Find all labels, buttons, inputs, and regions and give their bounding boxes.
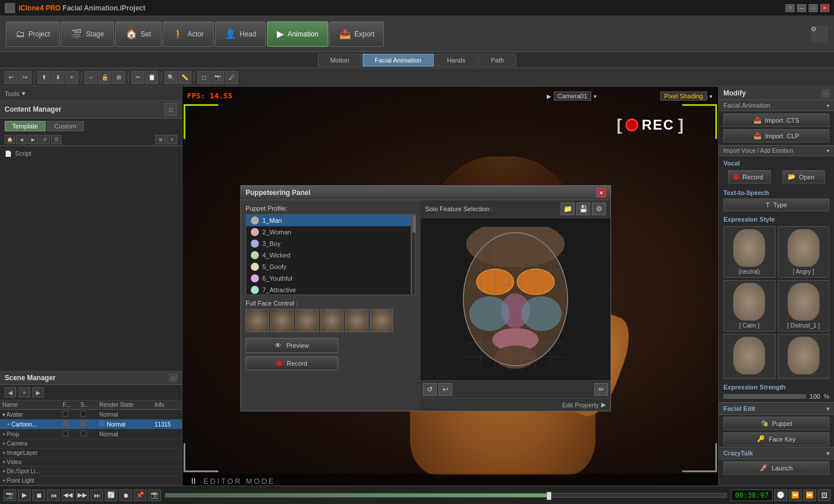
vocal-record-button[interactable]: Record xyxy=(728,170,771,183)
cartoon-f-checkbox[interactable] xyxy=(63,421,68,426)
playback-camera-icon[interactable]: 📷 xyxy=(3,490,16,501)
profile-item-6youthful[interactable]: 6_Youthful xyxy=(246,273,411,284)
playback-next-button[interactable]: ▶▶ xyxy=(76,490,89,501)
playback-stop-button[interactable]: ⏹ xyxy=(32,490,45,501)
cut-button[interactable]: ✂ xyxy=(131,71,144,84)
playback-record-button[interactable]: ⏺ xyxy=(119,490,132,501)
expand-cartoon[interactable]: + xyxy=(7,421,10,428)
add-button[interactable]: + xyxy=(65,71,78,84)
playback-clock-button[interactable]: 🕐 xyxy=(774,490,787,501)
maximize-button[interactable]: □ xyxy=(809,4,818,12)
type-button[interactable]: T Type xyxy=(723,198,829,211)
settings-icon[interactable]: ⚙ xyxy=(811,25,828,43)
sm-add-button[interactable]: + xyxy=(19,387,30,398)
expr-calm[interactable]: [ Calm ] xyxy=(723,280,776,332)
subnav-path[interactable]: Path xyxy=(478,54,516,67)
modify-collapse[interactable]: □ xyxy=(821,89,829,97)
close-button[interactable]: ✕ xyxy=(820,4,829,12)
profile-item-2woman[interactable]: 2_Woman xyxy=(246,226,411,238)
move-up-button[interactable]: ⬆ xyxy=(38,71,50,84)
minimize-button[interactable]: — xyxy=(797,4,806,12)
tab-custom[interactable]: Custom xyxy=(47,121,84,131)
face-thumb-3[interactable] xyxy=(295,309,319,332)
expand-pointlight[interactable]: + xyxy=(2,477,6,484)
vocal-open-button[interactable]: 📂 Open xyxy=(782,170,825,183)
puppet-button[interactable]: 🎭 Puppet xyxy=(723,417,829,430)
nav-actor[interactable]: 🚶 Actor xyxy=(163,21,214,47)
launch-button[interactable]: 🚀 Launch xyxy=(723,461,829,474)
zoom-button[interactable]: 🔍 xyxy=(164,71,177,84)
profile-item-4wicked[interactable]: 4_Wicked xyxy=(246,249,411,261)
solo-folder-button[interactable]: 📁 xyxy=(561,203,575,215)
cm-home-button[interactable]: 🏠 xyxy=(5,135,15,144)
avatar-s-checkbox[interactable] xyxy=(81,411,86,417)
playback-prev-frame[interactable]: ⏮ xyxy=(47,490,60,501)
script-item[interactable]: 📄 Script xyxy=(5,150,177,157)
expr-angry[interactable]: [ Angry ] xyxy=(778,226,830,278)
main-timeline-thumb[interactable] xyxy=(547,492,551,500)
prop-s-checkbox[interactable] xyxy=(81,431,86,436)
solo-settings-button[interactable]: ⚙ xyxy=(592,203,606,215)
profile-item-3boy[interactable]: 3_Boy xyxy=(246,238,411,249)
cm-refresh-button[interactable]: ↺ xyxy=(39,135,50,144)
paint-button[interactable]: 🖊 xyxy=(225,71,238,84)
measure-button[interactable]: 📏 xyxy=(178,71,191,84)
scene-row-avatar[interactable]: ▾Avatar Normal xyxy=(0,410,182,420)
nav-project[interactable]: 🗂 Project xyxy=(6,21,60,47)
help-button[interactable]: ? xyxy=(785,4,795,12)
subnav-hands[interactable]: Hands xyxy=(435,54,478,67)
grid-button[interactable]: ⊞ xyxy=(112,71,125,84)
subnav-facial[interactable]: Facial Animation xyxy=(363,54,434,67)
undo-button[interactable]: ↩ xyxy=(5,71,17,84)
expr-distrust[interactable]: [ Distrust_1 ] xyxy=(778,280,830,332)
content-manager-close[interactable]: □ xyxy=(164,103,177,116)
redo-button[interactable]: ↪ xyxy=(19,71,31,84)
face-thumb-6[interactable] xyxy=(370,309,393,332)
playback-screen-button[interactable]: 📸 xyxy=(148,490,161,501)
scene-row-cartoon[interactable]: +Cartoon... Normal 11315 xyxy=(0,420,182,429)
playback-prev-button[interactable]: ◀◀ xyxy=(61,490,74,501)
expr-6[interactable] xyxy=(778,334,830,379)
nav-animation[interactable]: ▶ Animation xyxy=(267,21,328,47)
expand-prop[interactable]: + xyxy=(2,431,6,437)
import-cts-button[interactable]: 📥 Import .CTS xyxy=(723,113,829,127)
render-button[interactable]: ◻ xyxy=(197,71,210,84)
prop-f-checkbox[interactable] xyxy=(63,431,68,436)
camera-selector[interactable]: ▶ Camera01 ▾ xyxy=(547,91,597,101)
nav-export[interactable]: 📤 Export xyxy=(330,21,385,47)
avatar-f-checkbox[interactable] xyxy=(63,411,68,417)
shading-selector[interactable]: Pixel Shading ▾ xyxy=(660,91,712,101)
expr-5[interactable] xyxy=(723,334,776,379)
scene-row-dirspot[interactable]: +Dir./Spot Li... xyxy=(0,467,182,476)
tools-label[interactable]: Tools xyxy=(5,90,20,97)
expand-imagelayer[interactable]: + xyxy=(2,450,6,456)
puppeteering-close-button[interactable]: ✕ xyxy=(597,188,606,197)
scene-manager-close[interactable]: □ xyxy=(169,374,177,382)
copy-button[interactable]: 📋 xyxy=(145,71,158,84)
face-thumb-4[interactable] xyxy=(320,309,343,332)
scene-row-pointlight[interactable]: +Point Light xyxy=(0,476,182,485)
scene-row-prop[interactable]: +Prop Normal xyxy=(0,429,182,439)
face-thumb-1[interactable] xyxy=(246,309,269,332)
nav-set[interactable]: 🏠 Set xyxy=(115,21,162,47)
face-thumb-5[interactable] xyxy=(345,309,368,332)
scene-row-camera[interactable]: +Camera xyxy=(0,439,182,448)
sm-prev-button[interactable]: ◀ xyxy=(5,387,16,398)
camera-button[interactable]: 📷 xyxy=(211,71,224,84)
solo-save-button[interactable]: 💾 xyxy=(576,203,590,215)
strength-slider[interactable] xyxy=(723,394,806,399)
reset-button[interactable]: ↩ xyxy=(438,383,452,396)
tab-template[interactable]: Template xyxy=(5,121,46,131)
cm-grid-view[interactable]: ⊞ xyxy=(155,135,166,144)
edit-button[interactable]: ✏ xyxy=(594,383,608,396)
cm-list-view[interactable]: ≡ xyxy=(167,135,177,144)
profile-item-7attractive[interactable]: 7_Attractive xyxy=(246,284,411,295)
playback-loop-button[interactable]: 🔄 xyxy=(105,490,118,501)
profile-item-1man[interactable]: 1_Man xyxy=(246,215,411,226)
nav-head[interactable]: 👤 Head xyxy=(215,21,266,47)
expand-camera[interactable]: + xyxy=(2,440,6,447)
cartoon-s-checkbox[interactable] xyxy=(81,421,86,426)
playback-prev-clip[interactable]: ⏪ xyxy=(789,490,802,501)
edit-property-bar[interactable]: Edit Property ▶ xyxy=(420,398,610,411)
scene-row-imagelayer[interactable]: +ImageLayer xyxy=(0,448,182,458)
